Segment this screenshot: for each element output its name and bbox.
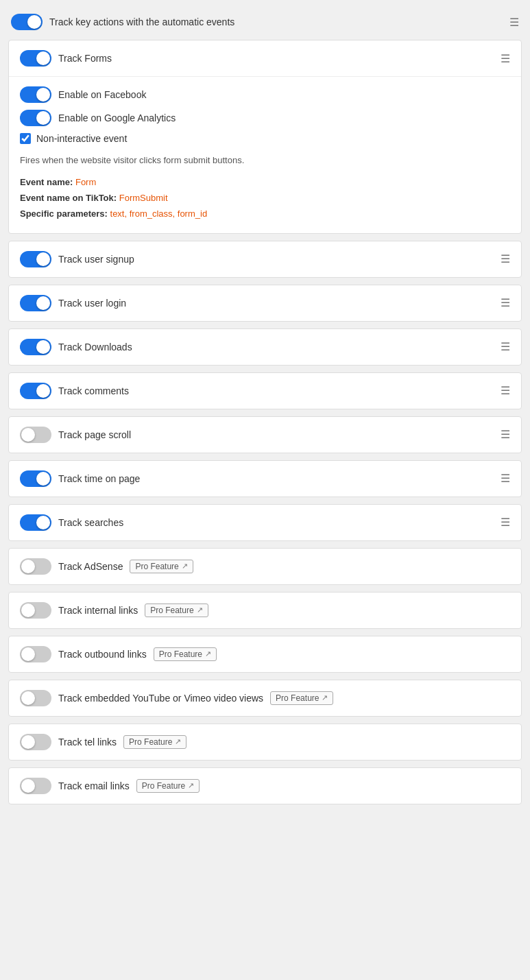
track-adsense-card: Track AdSense Pro Feature ↗ xyxy=(8,548,522,585)
track-email-links-toggle[interactable] xyxy=(20,778,51,794)
track-user-signup-toggle[interactable] xyxy=(20,251,51,267)
track-user-login-settings-icon[interactable]: ☰ xyxy=(501,296,510,309)
enable-google-toggle[interactable] xyxy=(20,110,51,126)
event-tiktok-val: FormSubmit xyxy=(119,193,168,203)
top-row: Track key actions with the automatic eve… xyxy=(8,7,522,40)
track-page-scroll-header-left: Track page scroll xyxy=(20,427,131,443)
track-email-links-pro-badge[interactable]: Pro Feature ↗ xyxy=(136,779,200,793)
track-internal-links-toggle[interactable] xyxy=(20,602,51,619)
track-tel-links-pro-badge-text: Pro Feature xyxy=(129,737,172,747)
external-link-icon-4: ↗ xyxy=(322,693,328,702)
event-name-row: Event name: Form xyxy=(20,174,510,190)
external-link-icon-2: ↗ xyxy=(197,606,203,614)
enable-facebook-toggle[interactable] xyxy=(20,86,51,103)
track-internal-links-knob xyxy=(21,603,35,617)
track-internal-links-label: Track internal links xyxy=(58,605,138,616)
enable-google-row: Enable on Google Analytics xyxy=(20,110,510,126)
track-time-on-page-header-left: Track time on page xyxy=(20,470,140,487)
track-page-scroll-header: Track page scroll ☰ xyxy=(9,417,521,453)
track-adsense-knob xyxy=(21,560,35,573)
track-time-on-page-toggle[interactable] xyxy=(20,470,51,487)
track-downloads-header: Track Downloads ☰ xyxy=(9,329,521,365)
track-user-login-header-left: Track user login xyxy=(20,295,126,311)
non-interactive-row: Non-interactive event xyxy=(20,133,510,144)
top-toggle-knob xyxy=(27,15,41,29)
track-user-signup-card: Track user signup ☰ xyxy=(8,241,522,278)
track-searches-settings-icon[interactable]: ☰ xyxy=(501,516,510,529)
non-interactive-label: Non-interactive event xyxy=(36,133,127,144)
top-toggle[interactable] xyxy=(11,14,43,30)
track-outbound-links-toggle[interactable] xyxy=(20,646,51,662)
track-downloads-label: Track Downloads xyxy=(58,342,132,352)
track-downloads-knob xyxy=(36,340,50,354)
event-tiktok-row: Event name on TikTok: FormSubmit xyxy=(20,190,510,206)
track-outbound-links-knob xyxy=(21,647,35,661)
track-user-signup-header-left: Track user signup xyxy=(20,251,134,267)
track-downloads-toggle[interactable] xyxy=(20,339,51,355)
track-adsense-header: Track AdSense Pro Feature ↗ xyxy=(9,549,521,584)
track-user-signup-label: Track user signup xyxy=(58,254,134,265)
track-tel-links-toggle[interactable] xyxy=(20,734,51,750)
track-user-signup-settings-icon[interactable]: ☰ xyxy=(501,252,510,265)
track-time-on-page-header: Track time on page ☰ xyxy=(9,461,521,497)
track-tel-links-pro-badge[interactable]: Pro Feature ↗ xyxy=(123,735,186,749)
track-user-login-label: Track user login xyxy=(58,298,126,309)
track-adsense-toggle[interactable] xyxy=(20,558,51,575)
track-internal-links-header: Track internal links Pro Feature ↗ xyxy=(9,593,521,628)
track-comments-toggle[interactable] xyxy=(20,383,51,399)
track-adsense-pro-badge[interactable]: Pro Feature ↗ xyxy=(130,560,193,573)
track-forms-toggle[interactable] xyxy=(20,50,51,67)
track-downloads-settings-icon[interactable]: ☰ xyxy=(501,340,510,353)
track-searches-toggle[interactable] xyxy=(20,514,51,531)
specific-params-label: Specific parameters: xyxy=(20,208,108,219)
top-settings-icon[interactable]: ☰ xyxy=(509,16,519,29)
track-video-views-knob xyxy=(21,691,35,705)
track-user-login-header: Track user login ☰ xyxy=(9,285,521,321)
track-email-links-header: Track email links Pro Feature ↗ xyxy=(9,768,521,804)
track-video-views-header: Track embedded YouTube or Vimeo video vi… xyxy=(9,680,521,716)
enable-google-knob xyxy=(36,111,50,125)
external-link-icon-3: ↗ xyxy=(205,649,211,658)
track-user-signup-header: Track user signup ☰ xyxy=(9,241,521,277)
track-forms-header: Track Forms ☰ xyxy=(9,40,521,76)
track-comments-card: Track comments ☰ xyxy=(8,372,522,409)
specific-params-val: text, from_class, form_id xyxy=(110,208,208,219)
track-user-login-toggle[interactable] xyxy=(20,295,51,311)
track-forms-toggle-knob xyxy=(36,51,50,65)
track-tel-links-header: Track tel links Pro Feature ↗ xyxy=(9,724,521,760)
track-page-scroll-card: Track page scroll ☰ xyxy=(8,416,522,453)
track-email-links-pro-badge-text: Pro Feature xyxy=(142,781,185,791)
track-time-on-page-knob xyxy=(36,472,50,486)
track-comments-header: Track comments ☰ xyxy=(9,373,521,409)
external-link-icon-6: ↗ xyxy=(188,781,194,790)
track-comments-knob xyxy=(36,384,50,398)
track-internal-links-pro-badge[interactable]: Pro Feature ↗ xyxy=(145,603,208,617)
top-row-left: Track key actions with the automatic eve… xyxy=(11,14,234,30)
track-comments-label: Track comments xyxy=(58,385,129,396)
event-name-label: Event name: xyxy=(20,177,73,187)
track-video-views-toggle[interactable] xyxy=(20,690,51,706)
track-internal-links-pro-badge-text: Pro Feature xyxy=(150,606,193,615)
track-page-scroll-settings-icon[interactable]: ☰ xyxy=(501,428,510,441)
external-link-icon-5: ↗ xyxy=(175,737,181,746)
track-video-views-label: Track embedded YouTube or Vimeo video vi… xyxy=(58,693,263,704)
track-email-links-card: Track email links Pro Feature ↗ xyxy=(8,767,522,804)
track-downloads-header-left: Track Downloads xyxy=(20,339,132,355)
track-forms-settings-icon[interactable]: ☰ xyxy=(501,52,510,65)
track-time-on-page-settings-icon[interactable]: ☰ xyxy=(501,472,510,485)
track-comments-settings-icon[interactable]: ☰ xyxy=(501,384,510,397)
track-page-scroll-toggle[interactable] xyxy=(20,427,51,443)
track-time-on-page-label: Track time on page xyxy=(58,473,140,484)
non-interactive-checkbox[interactable] xyxy=(20,133,31,144)
track-tel-links-card: Track tel links Pro Feature ↗ xyxy=(8,724,522,761)
track-video-views-pro-badge-text: Pro Feature xyxy=(276,693,319,703)
track-page-scroll-label: Track page scroll xyxy=(58,429,131,440)
track-outbound-links-pro-badge[interactable]: Pro Feature ↗ xyxy=(154,647,217,661)
track-user-login-knob xyxy=(36,296,50,310)
event-name-val: Form xyxy=(75,177,96,187)
track-forms-card: Track Forms ☰ Enable on Facebook Enable … xyxy=(8,40,522,234)
track-video-views-pro-badge[interactable]: Pro Feature ↗ xyxy=(270,691,333,705)
track-forms-description: Fires when the website visitor clicks fo… xyxy=(20,154,510,167)
track-user-login-card: Track user login ☰ xyxy=(8,285,522,322)
track-searches-header: Track searches ☰ xyxy=(9,505,521,540)
